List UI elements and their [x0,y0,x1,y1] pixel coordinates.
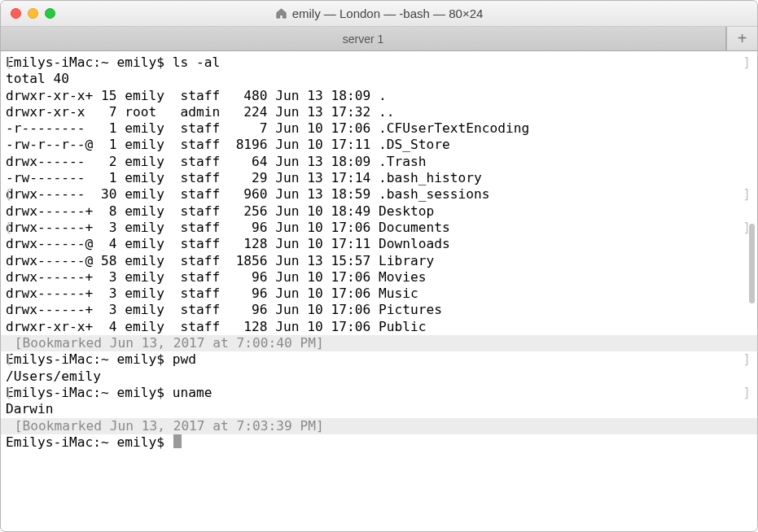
terminal-text: drwx------+ 3 emily staff 96 Jun 10 17:0… [6,269,427,285]
terminal-line: -rw------- 1 emily staff 29 Jun 13 17:14… [6,170,751,186]
terminal-line: Darwin [6,401,751,417]
minimize-button[interactable] [28,8,38,19]
terminal-text: drwx------+ 8 emily staff 256 Jun 10 18:… [6,203,434,219]
bookmark-text: [Bookmarked Jun 13, 2017 at 7:00:40 PM] [6,335,324,351]
home-icon [275,7,287,20]
terminal-line: [Bookmarked Jun 13, 2017 at 7:03:39 PM] [1,418,757,434]
terminal-text: drwx------ 2 emily staff 64 Jun 13 18:09… [6,154,427,169]
window-title-area: emily — London — -bash — 80×24 [1,7,757,20]
terminal-text: drwx------ 30 emily staff 960 Jun 13 18:… [6,186,490,202]
terminal-text: -rw-r--r--@ 1 emily staff 8196 Jun 10 17… [6,137,450,152]
terminal-line: drwx------+ 3 emily staff 96 Jun 10 17:0… [6,286,751,302]
tab-server-1[interactable]: server 1 [1,27,726,50]
terminal-line: drwx------+ 3 emily staff 96 Jun 10 17:0… [6,302,751,318]
scrollbar-thumb[interactable] [749,224,755,303]
terminal-text: drwx------+ 3 emily staff 96 Jun 10 17:0… [6,302,442,317]
terminal-line: drwx------ 2 emily staff 64 Jun 13 18:09… [6,154,751,170]
terminal-window: emily — London — -bash — 80×24 server 1 … [0,0,758,532]
close-button[interactable] [11,8,21,19]
terminal-text: drwxr-xr-x 7 root admin 224 Jun 13 17:32… [6,104,395,120]
terminal-line: drwxr-xr-x+ 4 emily staff 128 Jun 10 17:… [6,319,751,335]
terminal-line: -rw-r--r--@ 1 emily staff 8196 Jun 10 17… [6,137,751,153]
plus-icon: + [738,29,747,48]
terminal-line: drwx------+ 8 emily staff 256 Jun 10 18:… [6,203,751,220]
terminal-text: Emilys-iMac:~ emily$ pwd [6,351,196,367]
terminal-text: /Users/emily [6,368,101,384]
terminal-line: drwx------@ 58 emily staff 1856 Jun 13 1… [6,253,751,269]
terminal-line: drwx------+ 3 emily staff 96 Jun 10 17:0… [6,269,751,286]
terminal-text: drwx------@ 58 emily staff 1856 Jun 13 1… [6,253,434,268]
zoom-button[interactable] [45,8,55,19]
terminal-text: drwxr-xr-x+ 4 emily staff 128 Jun 10 17:… [6,319,427,334]
terminal-line: /Users/emily [6,368,751,385]
terminal-line: drwx------ 30 emily staff 960 Jun 13 18:… [6,186,751,203]
terminal-line: Emilys-iMac:~ emily$ uname [6,385,751,401]
terminal-line: Emilys-iMac:~ emily$ ls -al [6,55,751,71]
terminal-text: drwx------+ 3 emily staff 96 Jun 10 17:0… [6,220,450,235]
terminal-line: drwx------+ 3 emily staff 96 Jun 10 17:0… [6,220,751,236]
traffic-lights [1,8,55,19]
terminal-line: drwx------@ 4 emily staff 128 Jun 10 17:… [6,236,751,252]
new-tab-button[interactable]: + [726,27,757,50]
terminal-line: drwxr-xr-x+ 15 emily staff 480 Jun 13 18… [6,88,751,104]
bookmark-text: [Bookmarked Jun 13, 2017 at 7:03:39 PM] [6,418,324,434]
window-title: emily — London — -bash — 80×24 [292,7,484,20]
terminal-line: total 40 [6,71,751,87]
terminal-text: drwxr-xr-x+ 15 emily staff 480 Jun 13 18… [6,88,387,103]
terminal-line: [Bookmarked Jun 13, 2017 at 7:00:40 PM] [1,335,757,351]
terminal-text: -rw------- 1 emily staff 29 Jun 13 17:14… [6,170,482,185]
terminal-line: Emilys-iMac:~ emily$ pwd [6,351,751,368]
terminal-cursor [173,434,182,448]
terminal-text: Darwin [6,401,53,416]
terminal-line: -r-------- 1 emily staff 7 Jun 10 17:06 … [6,120,751,137]
terminal-text: -r-------- 1 emily staff 7 Jun 10 17:06 … [6,120,529,136]
tab-label: server 1 [343,33,384,46]
terminal-text: Emilys-iMac:~ emily$ [6,434,173,450]
tab-bar: server 1 + [1,27,757,51]
terminal-line: Emilys-iMac:~ emily$ [6,434,751,451]
terminal-text: Emilys-iMac:~ emily$ ls -al [6,55,220,70]
terminal-line: drwxr-xr-x 7 root admin 224 Jun 13 17:32… [6,104,751,120]
terminal-text: Emilys-iMac:~ emily$ uname [6,385,212,400]
terminal-text: drwx------+ 3 emily staff 96 Jun 10 17:0… [6,286,418,301]
terminal-viewport[interactable]: Emilys-iMac:~ emily$ ls -altotal 40drwxr… [1,51,757,531]
titlebar[interactable]: emily — London — -bash — 80×24 [1,1,757,27]
terminal-output[interactable]: Emilys-iMac:~ emily$ ls -altotal 40drwxr… [1,51,757,531]
terminal-text: drwx------@ 4 emily staff 128 Jun 10 17:… [6,236,450,251]
terminal-text: total 40 [6,71,69,86]
